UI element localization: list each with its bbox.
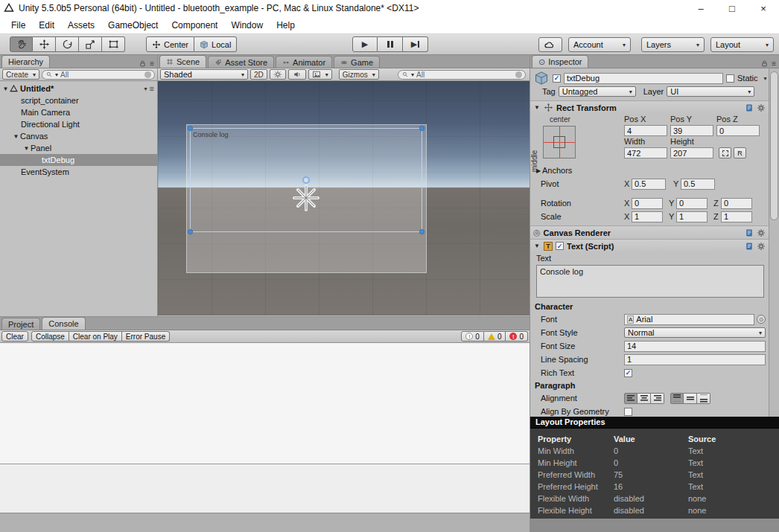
corner-handle[interactable] (419, 229, 425, 234)
rotation-z-field[interactable]: 0 (721, 198, 752, 209)
hierarchy-item-eventsystem[interactable]: EventSystem (0, 166, 157, 178)
font-object-field[interactable]: AArial (624, 314, 754, 325)
tag-dropdown[interactable]: Untagged▾ (559, 86, 636, 97)
help-book-icon[interactable] (745, 242, 754, 251)
shading-mode-dropdown[interactable]: Shaded▾ (160, 69, 248, 80)
rotation-y-field[interactable]: 0 (676, 198, 708, 209)
expand-arrow-icon[interactable]: ▼ (533, 243, 541, 249)
static-checkbox[interactable] (726, 74, 734, 83)
error-count-toggle[interactable]: !0 (506, 331, 528, 342)
2d-toggle-button[interactable]: 2D (250, 69, 267, 80)
tab-console[interactable]: Console (42, 317, 85, 330)
hierarchy-item-panel[interactable]: ▼Panel (0, 142, 157, 154)
clear-on-play-button[interactable]: Clear on Play (69, 331, 122, 342)
expand-arrow-icon[interactable]: ▼ (22, 145, 31, 152)
play-button[interactable]: ▶ (352, 36, 378, 52)
line-spacing-field[interactable]: 1 (624, 354, 766, 365)
align-top-button[interactable] (670, 393, 684, 404)
clear-button[interactable]: Clear (1, 331, 28, 342)
move-tool-button[interactable] (33, 36, 56, 52)
pivot-y-field[interactable]: 0.5 (681, 179, 715, 190)
expand-arrow-icon[interactable]: ▼ (12, 133, 20, 140)
layers-dropdown[interactable]: Layers▾ (641, 37, 705, 52)
error-pause-button[interactable]: Error Pause (122, 331, 170, 342)
account-dropdown[interactable]: Account▾ (568, 37, 631, 52)
canvas-renderer-header[interactable]: ◎ Canvas Renderer (530, 225, 769, 239)
panel-menu-icon[interactable]: ≡ (150, 60, 154, 68)
scene-search-input[interactable]: ▾ All (398, 70, 526, 80)
layout-dropdown[interactable]: Layout▾ (710, 37, 774, 52)
scale-x-field[interactable]: 1 (632, 211, 663, 222)
search-clear-button[interactable] (144, 71, 151, 78)
lock-icon[interactable] (760, 60, 769, 68)
gear-icon[interactable] (757, 228, 766, 237)
scene-viewport[interactable]: Console log (158, 81, 530, 315)
hierarchy-item-main-camera[interactable]: Main Camera (0, 106, 157, 118)
tab-asset-store[interactable]: Asset Store (208, 56, 274, 68)
rect-transform-gizmo[interactable] (291, 183, 321, 213)
pos-x-field[interactable]: 4 (624, 125, 667, 136)
hierarchy-search-input[interactable]: ▾ All (42, 70, 155, 80)
menu-gameobject[interactable]: GameObject (101, 20, 165, 31)
rotate-tool-button[interactable] (56, 36, 79, 52)
corner-handle[interactable] (188, 126, 193, 131)
scene-menu-icon[interactable]: ≡ (150, 84, 154, 93)
anchor-preset-widget[interactable] (543, 126, 576, 158)
inspector-scrollbar[interactable] (769, 68, 779, 417)
font-size-field[interactable]: 14 (624, 341, 766, 352)
width-field[interactable]: 472 (624, 147, 667, 158)
tab-hierarchy[interactable]: Hierarchy (1, 55, 50, 68)
pause-button[interactable] (378, 36, 403, 52)
anchors-foldout[interactable]: ▶ Anchors (530, 164, 758, 176)
hierarchy-item-directional-light[interactable]: Directional Light (0, 118, 157, 130)
tab-game[interactable]: Game (334, 56, 380, 68)
warning-count-toggle[interactable]: 0 (484, 331, 506, 342)
info-count-toggle[interactable]: !0 (461, 331, 484, 342)
rect-transform-header[interactable]: ▼ Rect Transform (530, 100, 769, 114)
static-caret-icon[interactable]: ▾ (764, 75, 767, 82)
align-middle-button[interactable] (684, 393, 697, 404)
rect-tool-button[interactable] (102, 36, 125, 52)
gizmos-dropdown[interactable]: Gizmos▾ (339, 69, 379, 80)
hierarchy-item-script-container[interactable]: script_container (0, 94, 157, 106)
menu-file[interactable]: File (4, 20, 32, 31)
help-book-icon[interactable] (745, 103, 754, 112)
align-bottom-button[interactable] (697, 393, 710, 404)
expand-arrow-icon[interactable]: ▼ (533, 104, 541, 111)
effects-dropdown-button[interactable]: ▾ (308, 69, 332, 80)
gear-icon[interactable] (757, 242, 766, 251)
caret-down-icon[interactable]: ▾ (144, 86, 147, 92)
rotation-x-field[interactable]: 0 (632, 198, 663, 209)
pivot-local-button[interactable]: Local (194, 36, 237, 52)
tab-project[interactable]: Project (1, 318, 40, 330)
search-clear-button[interactable] (515, 71, 522, 78)
cloud-button[interactable] (538, 37, 562, 52)
align-left-button[interactable] (624, 393, 637, 404)
scale-tool-button[interactable] (79, 36, 102, 52)
gear-icon[interactable] (757, 103, 766, 112)
step-button[interactable]: ▶ (403, 36, 428, 52)
create-button[interactable]: Create▾ (2, 69, 39, 80)
lighting-toggle-button[interactable] (270, 69, 286, 80)
lock-icon[interactable] (139, 60, 147, 68)
raw-edit-mode-button[interactable]: R (734, 147, 746, 158)
text-component-header[interactable]: ▼ T ✓ Text (Script) (530, 239, 769, 252)
gameobject-name-field[interactable]: txtDebug (564, 73, 723, 84)
pos-z-field[interactable]: 0 (716, 125, 760, 136)
tab-animator[interactable]: Animator (276, 56, 332, 68)
menu-help[interactable]: Help (270, 20, 302, 31)
menu-window[interactable]: Window (224, 20, 270, 31)
expand-arrow-icon[interactable]: ▼ (1, 86, 10, 92)
pivot-center-button[interactable]: Center (146, 36, 194, 52)
scale-y-field[interactable]: 1 (676, 211, 708, 222)
font-style-dropdown[interactable]: Normal▾ (624, 327, 766, 338)
menu-edit[interactable]: Edit (32, 20, 61, 31)
pos-y-field[interactable]: 39 (670, 125, 713, 136)
corner-handle[interactable] (188, 229, 193, 234)
console-log-list[interactable] (0, 343, 530, 464)
help-book-icon[interactable] (745, 228, 754, 237)
menu-assets[interactable]: Assets (61, 20, 101, 31)
minimize-button[interactable]: – (685, 0, 716, 16)
component-enabled-checkbox[interactable]: ✓ (556, 242, 564, 250)
hierarchy-item-scene[interactable]: ▼ Untitled* ▾≡ (0, 83, 157, 94)
